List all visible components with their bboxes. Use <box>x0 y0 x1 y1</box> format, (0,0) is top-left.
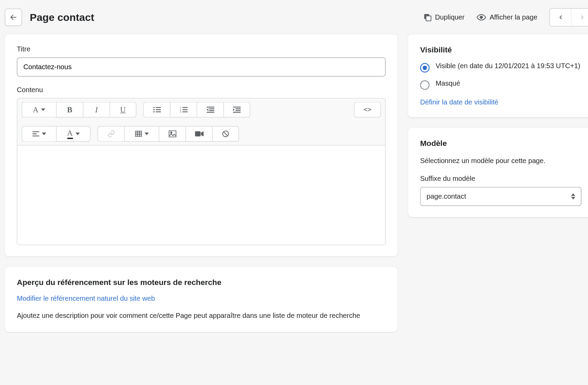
svg-line-43 <box>223 132 227 136</box>
editor-textarea[interactable] <box>17 146 385 245</box>
duplicate-icon <box>423 13 432 22</box>
hidden-label: Masqué <box>436 79 460 87</box>
text-color-dropdown[interactable]: A <box>56 126 91 141</box>
svg-rect-25 <box>233 112 241 113</box>
svg-rect-23 <box>235 108 241 109</box>
indent-icon <box>233 107 241 113</box>
template-select[interactable]: page.contact <box>420 187 581 206</box>
numbered-list-button[interactable]: 123 <box>170 102 197 117</box>
clear-icon <box>222 130 230 138</box>
radio-checked-icon <box>420 63 430 73</box>
svg-point-7 <box>153 109 154 110</box>
format-dropdown[interactable]: A <box>22 102 56 117</box>
align-left-icon <box>32 131 39 136</box>
video-button[interactable] <box>186 126 212 141</box>
template-suffix-label: Suffixe du modèle <box>420 175 581 183</box>
svg-rect-8 <box>155 109 161 110</box>
text-color-icon: A <box>67 129 73 139</box>
seo-description: Ajoutez une description pour voir commen… <box>17 310 385 321</box>
visibility-heading: Visibilité <box>420 45 581 54</box>
link-icon <box>107 130 115 138</box>
clear-format-button[interactable] <box>212 126 239 141</box>
visibility-card: Visibilité Visible (en date du 12/01/202… <box>408 34 588 117</box>
eye-icon <box>477 13 486 22</box>
title-input[interactable] <box>17 58 385 76</box>
arrow-left-icon <box>10 13 17 21</box>
visible-label: Visible (en date du 12/01/2021 à 19:53 U… <box>436 62 580 70</box>
rich-text-editor: A B I U 123 <box>17 98 385 245</box>
image-icon <box>168 131 176 137</box>
caret-down-icon <box>75 133 80 135</box>
svg-marker-21 <box>206 108 208 111</box>
edit-seo-link[interactable]: Modifier le référencement naturel du sit… <box>17 295 155 302</box>
underline-icon: U <box>120 105 126 114</box>
caret-down-icon <box>42 133 46 135</box>
svg-point-5 <box>153 107 154 108</box>
template-helper: Sélectionnez un modèle pour cette page. <box>420 156 581 166</box>
svg-rect-2 <box>426 16 431 21</box>
svg-marker-26 <box>233 108 235 111</box>
svg-marker-31 <box>75 133 80 135</box>
content-label: Contenu <box>17 86 385 94</box>
svg-rect-38 <box>169 131 176 137</box>
set-visibility-date-link[interactable]: Définir la date de visibilité <box>420 98 581 106</box>
svg-rect-10 <box>155 111 161 112</box>
seo-heading: Aperçu du référencement sur les moteurs … <box>17 278 385 287</box>
visibility-radio-hidden[interactable]: Masqué <box>420 79 581 90</box>
svg-rect-40 <box>195 131 200 136</box>
caret-down-icon <box>41 108 46 111</box>
svg-marker-4 <box>41 108 46 111</box>
page-title: Page contact <box>30 11 94 23</box>
html-view-button[interactable]: <> <box>354 102 381 117</box>
chevron-left-icon <box>558 14 564 21</box>
svg-rect-6 <box>155 107 161 108</box>
link-button[interactable] <box>98 126 124 141</box>
numbered-list-icon: 123 <box>180 107 188 113</box>
italic-icon: I <box>95 105 98 114</box>
svg-rect-24 <box>235 110 241 111</box>
next-page-button[interactable] <box>572 9 588 26</box>
title-label: Titre <box>17 45 385 53</box>
format-letter-icon: A <box>33 105 38 114</box>
template-card: Modèle Sélectionnez un modèle pour cette… <box>408 128 588 217</box>
code-icon: <> <box>363 106 371 114</box>
outdent-icon <box>206 107 214 113</box>
radio-unchecked-icon <box>420 80 430 90</box>
pagination <box>549 8 588 26</box>
svg-rect-28 <box>32 133 37 134</box>
back-button[interactable] <box>5 9 22 26</box>
editor-toolbar: A B I U 123 <box>17 98 385 145</box>
bold-button[interactable]: B <box>56 102 83 117</box>
svg-rect-16 <box>182 111 187 112</box>
visibility-radio-visible[interactable]: Visible (en date du 12/01/2021 à 19:53 U… <box>420 62 581 73</box>
template-selected-value: page.contact <box>426 192 466 200</box>
content-card: Titre Contenu A B I U <box>5 34 398 257</box>
svg-rect-32 <box>135 131 141 137</box>
indent-button[interactable] <box>223 102 250 117</box>
underline-button[interactable]: U <box>110 102 136 117</box>
svg-point-3 <box>480 16 483 18</box>
chevron-right-icon <box>579 14 585 21</box>
svg-marker-37 <box>144 133 149 135</box>
bullet-list-button[interactable] <box>143 102 170 117</box>
svg-rect-17 <box>206 107 214 108</box>
svg-rect-22 <box>233 107 241 108</box>
svg-marker-30 <box>42 133 46 135</box>
duplicate-button[interactable]: Dupliquer <box>423 13 465 22</box>
prev-page-button[interactable] <box>550 9 572 26</box>
svg-rect-14 <box>182 109 187 110</box>
view-page-label: Afficher la page <box>489 13 537 21</box>
svg-marker-41 <box>201 131 204 136</box>
view-page-button[interactable]: Afficher la page <box>477 13 538 22</box>
bold-icon: B <box>67 105 72 114</box>
image-button[interactable] <box>159 126 186 141</box>
outdent-button[interactable] <box>197 102 223 117</box>
video-icon <box>195 131 203 137</box>
bullet-list-icon <box>153 107 161 113</box>
table-dropdown[interactable] <box>124 126 159 141</box>
seo-card: Aperçu du référencement sur les moteurs … <box>5 267 398 332</box>
select-chevrons-icon <box>571 194 575 200</box>
svg-rect-12 <box>182 107 187 108</box>
align-dropdown[interactable] <box>22 126 56 141</box>
italic-button[interactable]: I <box>83 102 110 117</box>
